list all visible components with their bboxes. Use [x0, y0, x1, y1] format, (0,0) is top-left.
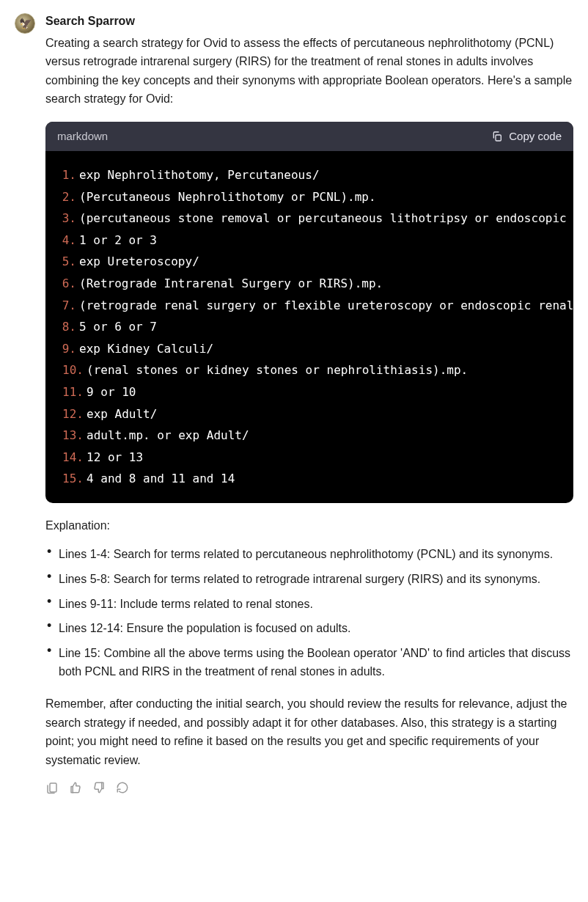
- line-number: 14.: [56, 447, 84, 469]
- code-line: 12.exp Adult/: [56, 403, 573, 425]
- code-text: 4 and 8 and 11 and 14: [87, 472, 235, 485]
- code-text: 5 or 6 or 7: [79, 320, 157, 334]
- code-text: (renal stones or kidney stones or nephro…: [87, 363, 468, 377]
- code-line: 14.12 or 13: [56, 447, 573, 469]
- clipboard-icon: [491, 131, 503, 142]
- list-item: Lines 1-4: Search for terms related to p…: [45, 545, 573, 564]
- line-number: 9.: [56, 338, 76, 360]
- code-line: 8.5 or 6 or 7: [56, 316, 573, 338]
- refresh-icon: [116, 781, 129, 794]
- code-language: markdown: [57, 128, 108, 145]
- code-text: exp Adult/: [87, 407, 157, 421]
- list-item: Lines 5-8: Search for terms related to r…: [45, 570, 573, 589]
- code-block: markdown Copy code 1.exp Nephrolithotomy…: [45, 122, 573, 503]
- code-line: 3.(percutaneous stone removal or percuta…: [56, 208, 573, 230]
- code-line: 15.4 and 8 and 11 and 14: [56, 468, 573, 490]
- code-line: 2.(Percutaneous Nephrolithotomy or PCNL)…: [56, 186, 573, 208]
- code-line: 4.1 or 2 or 3: [56, 230, 573, 252]
- copy-label: Copy code: [509, 130, 562, 142]
- line-number: 1.: [56, 164, 76, 186]
- code-text: 1 or 2 or 3: [79, 233, 157, 247]
- message-content: Search Sparrow Creating a search strateg…: [45, 12, 573, 794]
- avatar: 🦅: [15, 13, 35, 34]
- line-number: 4.: [56, 230, 76, 252]
- code-line: 7.(retrograde renal surgery or flexible …: [56, 295, 573, 317]
- thumbs-up-icon: [69, 781, 82, 794]
- thumbs-down-button[interactable]: [92, 781, 106, 794]
- line-number: 12.: [56, 403, 84, 425]
- code-scroll[interactable]: 1.exp Nephrolithotomy, Percutaneous/ 2.(…: [45, 151, 573, 503]
- list-item: Line 15: Combine all the above terms usi…: [45, 644, 573, 681]
- line-number: 15.: [56, 468, 84, 490]
- regenerate-button[interactable]: [116, 781, 129, 794]
- copy-code-button[interactable]: Copy code: [491, 130, 562, 142]
- code-line: 10.(renal stones or kidney stones or nep…: [56, 359, 573, 381]
- thumbs-up-button[interactable]: [69, 781, 82, 794]
- code-text: 9 or 10: [87, 385, 136, 399]
- code-text: (percutaneous stone removal or percutane…: [79, 211, 573, 225]
- author-name: Search Sparrow: [45, 12, 573, 31]
- line-number: 2.: [56, 186, 76, 208]
- line-number: 6.: [56, 273, 76, 295]
- code-text: (Percutaneous Nephrolithotomy or PCNL).m…: [79, 190, 376, 204]
- thumbs-down-icon: [92, 781, 106, 794]
- code-text: 12 or 13: [87, 450, 143, 464]
- code-line: 11.9 or 10: [56, 381, 573, 403]
- line-number: 3.: [56, 208, 76, 230]
- svg-rect-0: [496, 135, 501, 141]
- line-number: 8.: [56, 316, 76, 338]
- closing-text: Remember, after conducting the initial s…: [45, 694, 573, 769]
- code-header: markdown Copy code: [45, 122, 573, 151]
- explanation-label: Explanation:: [45, 516, 573, 535]
- list-item: Lines 9-11: Include terms related to ren…: [45, 595, 573, 614]
- copy-message-button[interactable]: [45, 781, 59, 794]
- code-text: exp Nephrolithotomy, Percutaneous/: [79, 168, 320, 182]
- line-number: 7.: [56, 295, 76, 317]
- code-text: exp Ureteroscopy/: [79, 254, 199, 268]
- line-number: 13.: [56, 425, 84, 447]
- intro-text: Creating a search strategy for Ovid to a…: [45, 34, 573, 109]
- clipboard-icon: [45, 781, 59, 794]
- code-text: exp Kidney Calculi/: [79, 342, 213, 356]
- code-line: 5.exp Ureteroscopy/: [56, 251, 573, 273]
- svg-rect-1: [50, 783, 56, 792]
- line-number: 5.: [56, 251, 76, 273]
- list-item: Lines 12-14: Ensure the population is fo…: [45, 619, 573, 638]
- code-body: 1.exp Nephrolithotomy, Percutaneous/ 2.(…: [45, 151, 573, 503]
- code-line: 9.exp Kidney Calculi/: [56, 338, 573, 360]
- code-line: 1.exp Nephrolithotomy, Percutaneous/: [56, 164, 573, 186]
- line-number: 10.: [56, 359, 84, 381]
- assistant-message: 🦅 Search Sparrow Creating a search strat…: [15, 12, 573, 794]
- code-text: (retrograde renal surgery or flexible ur…: [79, 298, 573, 312]
- code-text: (Retrograde Intrarenal Surgery or RIRS).…: [79, 276, 383, 290]
- code-text: adult.mp. or exp Adult/: [87, 428, 249, 442]
- code-line: 13.adult.mp. or exp Adult/: [56, 425, 573, 447]
- explanation-list: Lines 1-4: Search for terms related to p…: [45, 545, 573, 681]
- action-bar: [45, 780, 573, 794]
- code-line: 6.(Retrograde Intrarenal Surgery or RIRS…: [56, 273, 573, 295]
- line-number: 11.: [56, 381, 84, 403]
